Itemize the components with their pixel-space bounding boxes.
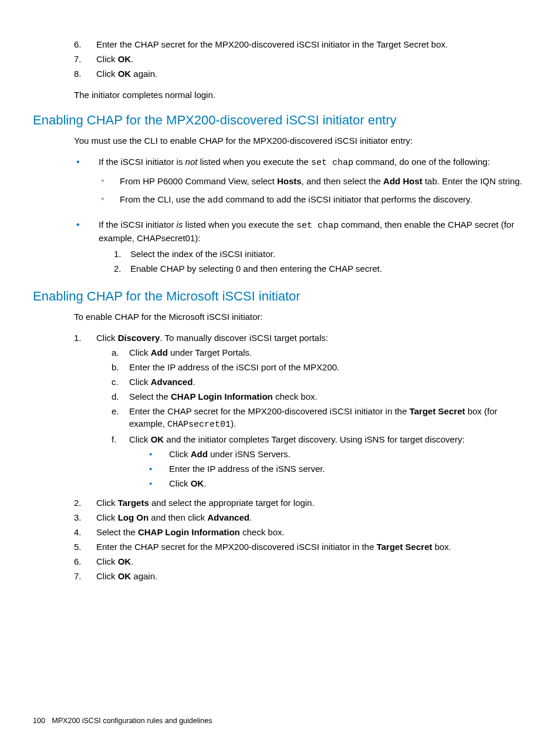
bullet-is-listed: If the iSCSI initiator is listed when yo… (74, 218, 527, 277)
ms-step-2: 2.Click Targets and select the appropria… (74, 497, 527, 509)
alpha-a: a.Click Add under Target Portals. (112, 346, 527, 359)
alpha-b: b.Enter the IP address of the iSCSI port… (112, 361, 527, 373)
isns-ok: Click OK. (144, 477, 527, 490)
ms-step-6: 6.Click OK. (74, 555, 527, 568)
sub-bullets: From HP P6000 Command View, select Hosts… (99, 175, 527, 207)
step-6: 6. Enter the CHAP secret for the MPX200-… (74, 38, 527, 50)
step-num: 7. (74, 53, 96, 65)
inner-steps: 1.Select the index of the iSCSI initiato… (114, 248, 527, 275)
step-7: 7. Click OK. (74, 53, 527, 65)
ms-step-5: 5.Enter the CHAP secret for the MPX200-d… (74, 541, 527, 553)
alpha-steps: a.Click Add under Target Portals. b.Ente… (112, 346, 527, 492)
step-num: 8. (74, 67, 96, 80)
bullet-list: If the iSCSI initiator is not listed whe… (74, 156, 527, 277)
ms-step-1: 1. Click Discovery. To manually discover… (74, 332, 527, 494)
ms-steps: 1. Click Discovery. To manually discover… (74, 332, 527, 582)
ms-step-3: 3.Click Log On and then click Advanced. (74, 511, 527, 524)
alpha-d: d.Select the CHAP Login Information chec… (112, 390, 527, 403)
step-text: Enter the CHAP secret for the MPX200-dis… (96, 38, 527, 50)
outro-text: The initiator completes normal login. (74, 89, 527, 101)
step-text: Click OK again. (96, 67, 527, 80)
section-intro: To enable CHAP for the Microsoft iSCSI i… (74, 310, 527, 323)
bullet-not-listed: If the iSCSI initiator is not listed whe… (74, 156, 527, 212)
inner-step-2: 2.Enable CHAP by selecting 0 and then en… (114, 262, 527, 275)
sub-bullet-cmdview: From HP P6000 Command View, select Hosts… (99, 175, 527, 187)
isns-add: Click Add under iSNS Servers. (144, 448, 527, 460)
step-8: 8. Click OK again. (74, 67, 527, 80)
sub-bullet-cli: From the CLI, use the add command to add… (99, 193, 527, 207)
alpha-c: c.Click Advanced. (112, 376, 527, 388)
inner-step-1: 1.Select the index of the iSCSI initiato… (114, 248, 527, 260)
isns-ip: Enter the IP address of the iSNS server. (144, 463, 527, 475)
section-heading-enabling-chap-mpx200: Enabling CHAP for the MPX200-discovered … (33, 112, 527, 130)
alpha-f: f. Click OK and the initiator completes … (112, 433, 527, 492)
alpha-e: e.Enter the CHAP secret for the MPX200-d… (112, 405, 527, 431)
step-num: 6. (74, 38, 96, 50)
continued-steps: 6. Enter the CHAP secret for the MPX200-… (74, 38, 527, 80)
isns-bullets: Click Add under iSNS Servers. Enter the … (144, 448, 527, 490)
section-intro: You must use the CLI to enable CHAP for … (74, 134, 527, 147)
step-text: Click OK. (96, 53, 527, 65)
ms-step-4: 4.Select the CHAP Login Information chec… (74, 526, 527, 538)
ms-step-7: 7.Click OK again. (74, 570, 527, 582)
section-heading-enabling-chap-microsoft: Enabling CHAP for the Microsoft iSCSI in… (33, 288, 527, 306)
